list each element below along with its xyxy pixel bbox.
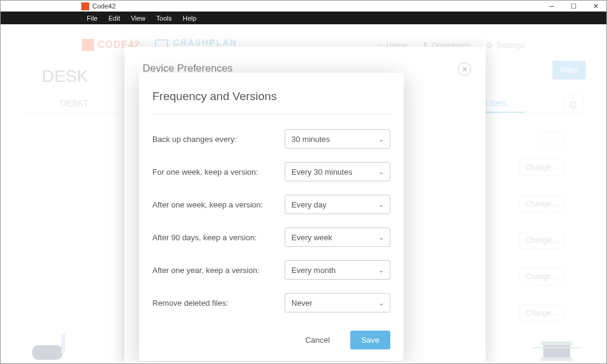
remove-deleted-select[interactable]: Never ⌄ [285, 293, 390, 312]
change-button: Change... [519, 268, 564, 285]
after-one-week-select[interactable]: Every day ⌄ [285, 195, 390, 214]
modal-footer: Cancel Save [152, 326, 390, 349]
setting-row-after-one-year: After one year, keep a version: Every mo… [152, 260, 390, 280]
menu-view[interactable]: View [126, 15, 151, 22]
app-icon [81, 2, 89, 10]
setting-row-one-week: For one week, keep a version: Every 30 m… [152, 162, 390, 181]
window-controls: ─ ☐ ✕ [541, 1, 606, 12]
bg-tab-1: DESKT [42, 95, 107, 113]
save-button[interactable]: Save [350, 331, 390, 349]
menu-file[interactable]: File [81, 15, 103, 22]
backup-frequency-select[interactable]: 30 minutes ⌄ [285, 129, 390, 149]
chevron-down-icon: ⌄ [379, 201, 384, 208]
setting-row-after-one-week: After one week, keep a version: Every da… [152, 195, 390, 214]
svg-rect-4 [541, 342, 572, 345]
cancel-button[interactable]: Cancel [294, 331, 341, 349]
nav-settings: ⚙Settings [486, 41, 525, 50]
setting-row-backup-frequency: Back up changes every: 30 minutes ⌄ [152, 129, 390, 149]
menu-edit[interactable]: Edit [103, 15, 126, 22]
window-titlebar: Code42 ─ ☐ ✕ [0, 0, 607, 12]
frequency-versions-modal: Frequency and Versions Back up changes e… [139, 73, 404, 361]
chevron-down-icon: ⌄ [379, 136, 384, 143]
menubar: File Edit View Tools Help [0, 12, 607, 24]
close-window-button[interactable]: ✕ [585, 1, 606, 12]
more-button: … [541, 132, 564, 149]
setting-row-remove-deleted: Remove deleted files: Never ⌄ [152, 293, 390, 312]
select-value: Every 30 minutes [291, 167, 352, 177]
one-week-select[interactable]: Every 30 minutes ⌄ [285, 162, 390, 181]
select-value: Every day [291, 200, 327, 209]
maximize-button[interactable]: ☐ [563, 1, 585, 12]
chevron-down-icon: ⌄ [379, 267, 384, 274]
window-title: Code42 [92, 2, 541, 10]
select-value: 30 minutes [291, 135, 330, 144]
setting-label: After 90 days, keep a version: [152, 233, 285, 242]
setting-label: Back up changes every: [152, 135, 285, 144]
minimize-button[interactable]: ─ [541, 1, 563, 12]
gear-icon: ⚙ [486, 41, 493, 50]
setting-label: Remove deleted files: [152, 298, 285, 308]
files-button: Files [552, 61, 586, 79]
setting-label: After one week, keep a version: [152, 200, 285, 209]
svg-rect-3 [543, 344, 570, 357]
menu-help[interactable]: Help [177, 15, 202, 22]
chevron-down-icon: ⌄ [379, 169, 384, 175]
svg-rect-0 [32, 345, 63, 360]
change-button: Change... [519, 232, 564, 249]
setting-row-after-90-days: After 90 days, keep a version: Every wee… [152, 228, 390, 247]
menu-tools[interactable]: Tools [151, 15, 177, 22]
select-value: Never [291, 298, 313, 308]
change-button: Change... [519, 305, 564, 322]
select-value: Every month [291, 266, 336, 275]
after-one-year-select[interactable]: Every month ⌄ [285, 260, 390, 280]
after-90-days-select[interactable]: Every week ⌄ [285, 228, 390, 247]
settings-body: Back up changes every: 30 minutes ⌄ For … [152, 115, 390, 326]
modal-title: Frequency and Versions [152, 90, 390, 115]
change-button: Change... [519, 195, 564, 212]
select-value: Every week [291, 233, 332, 242]
chevron-down-icon: ⌄ [379, 234, 384, 241]
change-button: Change... [519, 159, 564, 176]
setting-label: For one week, keep a version: [152, 167, 285, 177]
settings-gear-button: ⚙ [563, 95, 583, 115]
close-icon[interactable]: ✕ [458, 62, 471, 76]
svg-point-2 [61, 333, 66, 337]
svg-rect-5 [541, 357, 572, 361]
setting-label: After one year, keep a version: [152, 266, 285, 275]
chevron-down-icon: ⌄ [379, 300, 384, 306]
svg-rect-1 [61, 334, 65, 354]
